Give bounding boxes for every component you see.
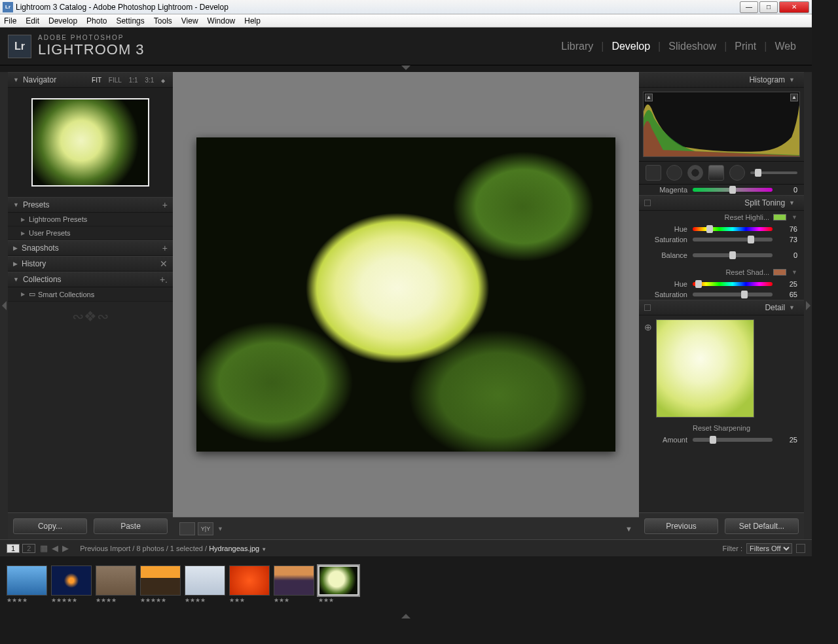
filter-label: Filter : bbox=[722, 545, 742, 552]
module-web[interactable]: Web bbox=[774, 41, 796, 52]
zoom-fit[interactable]: FIT bbox=[92, 77, 101, 84]
monitor-2-button[interactable]: 2 bbox=[22, 544, 35, 553]
module-develop[interactable]: Develop bbox=[611, 41, 650, 52]
spot-tool-icon[interactable] bbox=[666, 165, 682, 181]
histogram-header[interactable]: Histogram▼ bbox=[639, 72, 804, 88]
shadow-clip-icon[interactable]: ▲ bbox=[645, 94, 653, 101]
panel-toggle-icon[interactable] bbox=[644, 304, 651, 311]
module-print[interactable]: Print bbox=[735, 41, 756, 52]
highlight-hue-slider[interactable]: Hue76 bbox=[639, 224, 804, 234]
filter-lock-icon[interactable] bbox=[796, 544, 805, 553]
preset-lightroom[interactable]: ▶Lightroom Presets bbox=[8, 213, 173, 226]
add-snapshot-icon[interactable]: + bbox=[162, 243, 168, 253]
brush-size-slider[interactable] bbox=[750, 171, 797, 174]
filmstrip[interactable]: ★★★★★★★★★★★★★★★★★★★★★★★★★★★★★★★ bbox=[0, 556, 812, 614]
close-button[interactable]: ✕ bbox=[779, 1, 809, 13]
history-header[interactable]: ▶History✕ bbox=[8, 256, 173, 272]
navigator-zoom: FIT FILL 1:1 3:1 ◆ bbox=[89, 77, 168, 84]
preset-user[interactable]: ▶User Presets bbox=[8, 226, 173, 240]
panel-toggle-icon[interactable] bbox=[644, 200, 651, 206]
menu-tools[interactable]: Tools bbox=[154, 16, 172, 26]
before-after-icon[interactable]: Y|Y bbox=[198, 522, 213, 535]
menu-window[interactable]: Window bbox=[208, 16, 236, 26]
right-panel-handle[interactable] bbox=[804, 72, 812, 539]
zoom-menu-icon[interactable]: ◆ bbox=[161, 78, 165, 84]
detail-header[interactable]: Detail▼ bbox=[639, 300, 804, 315]
collapse-top-icon[interactable] bbox=[401, 65, 410, 70]
prev-photo-icon[interactable]: ◀ bbox=[52, 543, 58, 553]
sharpen-amount-slider[interactable]: Amount25 bbox=[639, 435, 804, 445]
split-toning-header[interactable]: Split Toning▼ bbox=[639, 195, 804, 211]
menu-develop[interactable]: Develop bbox=[48, 16, 77, 26]
zoom-3to1[interactable]: 3:1 bbox=[145, 77, 154, 84]
snapshots-header[interactable]: ▶Snapshots+ bbox=[8, 240, 173, 256]
app-header: Lr ADOBE PHOTOSHOP LIGHTROOM 3 Library| … bbox=[0, 27, 812, 65]
toolbar-menu-icon[interactable]: ▼ bbox=[625, 525, 632, 533]
grad-filter-icon[interactable] bbox=[708, 165, 724, 181]
highlight-clip-icon[interactable]: ▲ bbox=[790, 94, 798, 101]
crop-tool-icon[interactable] bbox=[646, 165, 661, 181]
image-canvas[interactable] bbox=[173, 72, 639, 517]
filmstrip-thumb[interactable]: ★★★ bbox=[274, 565, 314, 605]
smart-collections[interactable]: ▶▭Smart Collections bbox=[8, 287, 173, 302]
menu-edit[interactable]: Edit bbox=[26, 16, 39, 26]
filter-select[interactable]: Filters Off bbox=[746, 543, 792, 554]
loupe-view-icon[interactable] bbox=[179, 522, 195, 535]
redeye-tool-icon[interactable] bbox=[687, 165, 703, 181]
filmstrip-thumb[interactable]: ★★★★ bbox=[96, 565, 136, 605]
menu-bar: File Edit Develop Photo Settings Tools V… bbox=[0, 14, 812, 27]
left-panel-handle[interactable] bbox=[0, 72, 8, 539]
histogram[interactable]: ▲ ▲ bbox=[643, 92, 800, 157]
zoom-1to1[interactable]: 1:1 bbox=[129, 77, 138, 84]
magenta-slider[interactable]: Magenta0 bbox=[639, 185, 804, 195]
paste-button[interactable]: Paste bbox=[94, 518, 168, 534]
detail-target-icon[interactable]: ⊕ bbox=[644, 322, 652, 332]
module-slideshow[interactable]: Slideshow bbox=[668, 41, 716, 52]
breadcrumb[interactable]: Previous Import / 8 photos / 1 selected … bbox=[80, 545, 266, 552]
shadow-hue-slider[interactable]: Hue25 bbox=[639, 279, 804, 289]
collapse-bottom-icon[interactable] bbox=[401, 614, 410, 618]
reset-sharpening[interactable]: Reset Sharpening bbox=[639, 421, 804, 435]
filmstrip-header: 1 2 ▦ ◀ ▶ Previous Import / 8 photos / 1… bbox=[0, 539, 812, 556]
menu-file[interactable]: File bbox=[4, 16, 16, 26]
filmstrip-thumb[interactable]: ★★★★ bbox=[7, 565, 47, 605]
module-picker: Library| Develop| Slideshow| Print| Web bbox=[553, 41, 804, 52]
left-panel: ▼Navigator FIT FILL 1:1 3:1 ◆ ▼Presets+ … bbox=[8, 72, 173, 539]
presets-header[interactable]: ▼Presets+ bbox=[8, 197, 173, 213]
zoom-fill[interactable]: FILL bbox=[109, 77, 122, 84]
reset-highlights[interactable]: Reset Highli...▼ bbox=[639, 211, 804, 224]
filmstrip-thumb[interactable]: ★★★★★ bbox=[140, 565, 181, 605]
balance-slider[interactable]: Balance0 bbox=[639, 250, 804, 260]
navigator-header[interactable]: ▼Navigator FIT FILL 1:1 3:1 ◆ bbox=[8, 72, 173, 88]
next-photo-icon[interactable]: ▶ bbox=[62, 543, 69, 553]
navigator-preview[interactable] bbox=[8, 88, 173, 197]
menu-photo[interactable]: Photo bbox=[86, 16, 107, 26]
menu-help[interactable]: Help bbox=[244, 16, 261, 26]
filmstrip-thumb[interactable]: ★★★★ bbox=[185, 565, 225, 605]
detail-preview[interactable] bbox=[656, 319, 754, 418]
maximize-button[interactable]: □ bbox=[759, 1, 778, 13]
menu-view[interactable]: View bbox=[181, 16, 198, 26]
clear-history-icon[interactable]: ✕ bbox=[160, 259, 168, 269]
collections-header[interactable]: ▼Collections+. bbox=[8, 272, 173, 287]
filmstrip-thumb[interactable]: ★★★★★ bbox=[51, 565, 92, 605]
previous-button[interactable]: Previous bbox=[644, 518, 718, 534]
set-default-button[interactable]: Set Default... bbox=[725, 518, 799, 534]
add-collection-icon[interactable]: +. bbox=[160, 274, 168, 285]
copy-button[interactable]: Copy... bbox=[13, 518, 87, 534]
highlight-sat-slider[interactable]: Saturation73 bbox=[639, 234, 804, 245]
filmstrip-thumb[interactable]: ★★★ bbox=[318, 565, 359, 605]
add-preset-icon[interactable]: + bbox=[162, 200, 168, 210]
app-icon: Lr bbox=[3, 2, 13, 12]
reset-shadows[interactable]: Reset Shad...▼ bbox=[639, 266, 804, 279]
right-panel: Histogram▼ ▲ ▲ Magenta0 Split Toning▼ Re… bbox=[639, 72, 804, 539]
menu-settings[interactable]: Settings bbox=[116, 16, 144, 26]
shadow-sat-slider[interactable]: Saturation65 bbox=[639, 289, 804, 300]
brush-tool-icon[interactable] bbox=[729, 165, 745, 181]
minimize-button[interactable]: — bbox=[740, 1, 758, 13]
grid-view-icon[interactable]: ▦ bbox=[40, 543, 48, 553]
monitor-1-button[interactable]: 1 bbox=[7, 544, 20, 553]
module-library[interactable]: Library bbox=[561, 41, 593, 52]
filmstrip-thumb[interactable]: ★★★ bbox=[229, 565, 270, 605]
before-after-menu-icon[interactable]: ▼ bbox=[217, 526, 223, 532]
